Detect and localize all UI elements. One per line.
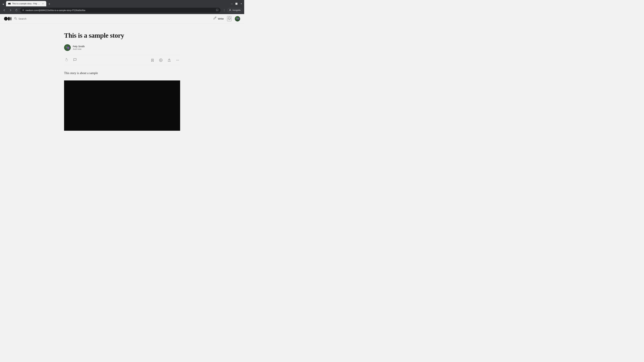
svg-marker-27 [160, 59, 162, 61]
svg-point-10 [4, 17, 8, 21]
search-placeholder: Search [18, 17, 26, 20]
action-left [64, 57, 78, 63]
action-right [150, 58, 180, 63]
address-text: medium.com/@89f4222e/this-is-a-sample-st… [26, 9, 214, 11]
svg-point-12 [10, 17, 12, 21]
tab-close-button[interactable]: ✕ [42, 2, 44, 5]
svg-point-11 [8, 17, 10, 21]
svg-point-30 [178, 60, 179, 60]
medium-navbar: Search Write [0, 14, 244, 23]
media-block [64, 80, 180, 131]
svg-line-14 [16, 19, 17, 19]
bookmark-icon[interactable] [216, 9, 218, 12]
write-icon [213, 16, 217, 21]
right-nav-buttons: Incognito [222, 8, 242, 12]
share-button[interactable] [167, 58, 172, 63]
close-button[interactable]: ✕ [240, 2, 243, 5]
svg-point-8 [224, 11, 224, 11]
svg-point-6 [224, 9, 224, 9]
svg-point-22 [67, 46, 69, 49]
medium-logo-svg [4, 16, 12, 21]
address-bar: medium.com/@89f4222e/this-is-a-sample-st… [0, 6, 244, 14]
tab-favicon [8, 2, 11, 5]
incognito-indicator: Incognito [227, 8, 242, 12]
search-icon [14, 17, 17, 21]
clap-button[interactable] [64, 57, 69, 63]
title-bar: This is a sample story - Fely Sm… ✕ + — … [0, 0, 244, 6]
svg-point-4 [23, 9, 24, 10]
back-button[interactable] [2, 8, 7, 12]
comment-button[interactable] [72, 57, 78, 63]
story-body: This story is about a sample [64, 70, 180, 76]
tab-title: This is a sample story - Fely Sm… [12, 2, 40, 5]
security-icon [22, 9, 24, 11]
active-tab[interactable]: This is a sample story - Fely Sm… ✕ [6, 1, 46, 6]
forward-button[interactable] [8, 8, 13, 12]
comment-icon [73, 58, 77, 62]
medium-logo[interactable] [4, 16, 12, 21]
write-label: Write [218, 17, 224, 20]
svg-point-23 [66, 46, 67, 47]
clap-icon [65, 58, 68, 62]
story-title: This is a sample story [64, 31, 180, 39]
listen-button[interactable] [158, 58, 163, 63]
new-tab-button[interactable]: + [47, 2, 52, 6]
tab-list-dropdown[interactable] [1, 2, 5, 6]
author-name[interactable]: Fely Smith [73, 45, 85, 48]
svg-point-7 [224, 10, 224, 10]
nav-right: Write [213, 16, 240, 21]
browser-chrome: This is a sample story - Fely Sm… ✕ + — … [0, 0, 244, 14]
save-button[interactable] [150, 58, 155, 63]
svg-point-28 [176, 60, 177, 60]
notification-button[interactable] [227, 16, 232, 21]
write-button[interactable]: Write [213, 16, 224, 21]
author-time: Just now [73, 48, 85, 50]
reload-button[interactable] [14, 8, 19, 12]
main-content: This is a sample story Fely Smith Just n… [60, 23, 184, 131]
browser-menu-button[interactable] [222, 8, 226, 12]
user-avatar[interactable] [235, 16, 240, 21]
svg-point-26 [159, 59, 162, 62]
svg-marker-0 [2, 4, 4, 5]
tab-list: This is a sample story - Fely Sm… ✕ + [1, 1, 230, 6]
author-info: Fely Smith Just now [73, 45, 85, 50]
more-button[interactable] [175, 58, 180, 63]
author-section: Fely Smith Just now [64, 44, 180, 51]
minimize-button[interactable]: — [230, 2, 234, 5]
action-bar [64, 55, 180, 65]
search-area[interactable]: Search [14, 17, 26, 21]
author-avatar[interactable] [64, 44, 71, 51]
medium-page: Search Write [0, 14, 244, 135]
window-controls: — ⬜ ✕ [230, 2, 243, 5]
svg-point-19 [236, 17, 237, 18]
address-input[interactable]: medium.com/@89f4222e/this-is-a-sample-st… [20, 8, 220, 13]
svg-point-29 [178, 60, 178, 60]
maximize-button[interactable]: ⬜ [235, 2, 238, 5]
incognito-label: Incognito [232, 9, 241, 11]
svg-point-9 [230, 9, 230, 10]
